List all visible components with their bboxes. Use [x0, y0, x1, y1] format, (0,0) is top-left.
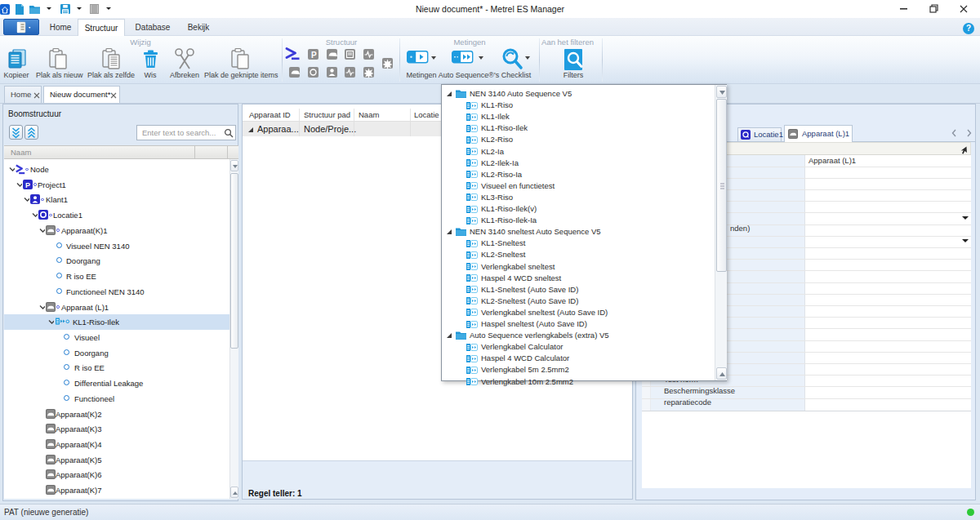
- svg-text:P: P: [25, 180, 30, 189]
- svg-text:P: P: [311, 51, 317, 60]
